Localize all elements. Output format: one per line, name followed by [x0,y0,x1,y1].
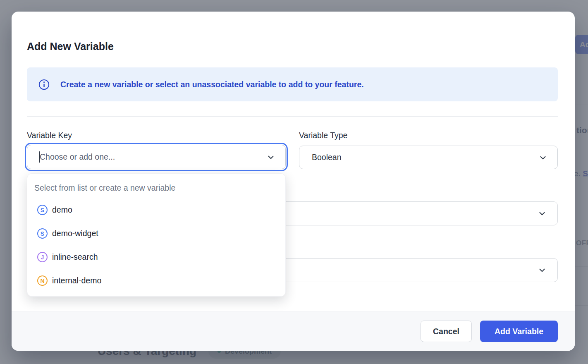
variable-type-value: Boolean [312,153,342,162]
json-type-icon: J [37,252,48,262]
variable-key-select[interactable] [27,145,286,169]
variable-key-dropdown: Select from list or create a new variabl… [27,173,286,297]
modal-footer: Cancel Add Variable [12,311,575,351]
dropdown-item-label: demo-widget [52,229,98,238]
chevron-down-icon [266,153,275,162]
dropdown-item-label: inline-search [52,252,98,262]
dropdown-item-demo[interactable]: S demo [27,198,285,222]
dropdown-header: Select from list or create a new variabl… [27,183,285,193]
chevron-down-icon [538,266,547,275]
dropdown-item-internal-demo[interactable]: N internal-demo [27,269,285,292]
chevron-down-icon [538,209,547,218]
dropdown-item-label: demo [52,205,72,215]
section-divider [27,116,558,117]
string-type-icon: S [37,228,48,239]
add-variable-modal: Add New Variable Create a new variable o… [12,12,575,351]
add-variable-button[interactable]: Add Variable [480,321,558,342]
dropdown-item-demo-widget[interactable]: S demo-widget [27,222,285,245]
cancel-button[interactable]: Cancel [421,321,472,342]
variable-type-select[interactable]: Boolean [299,146,558,169]
number-type-icon: N [37,275,48,286]
variable-type-label: Variable Type [299,131,347,140]
dropdown-list: S demo S demo-widget J inline-search N i… [27,198,285,292]
modal-title: Add New Variable [27,41,114,53]
info-banner-text: Create a new variable or select an unass… [60,80,364,89]
variable-key-label: Variable Key [27,131,72,140]
variable-key-input[interactable] [40,152,266,162]
string-type-icon: S [37,205,48,215]
dropdown-item-label: internal-demo [52,276,101,285]
info-icon [38,79,50,90]
info-banner: Create a new variable or select an unass… [27,67,558,101]
chevron-down-icon [538,153,547,162]
dropdown-item-inline-search[interactable]: J inline-search [27,245,285,269]
